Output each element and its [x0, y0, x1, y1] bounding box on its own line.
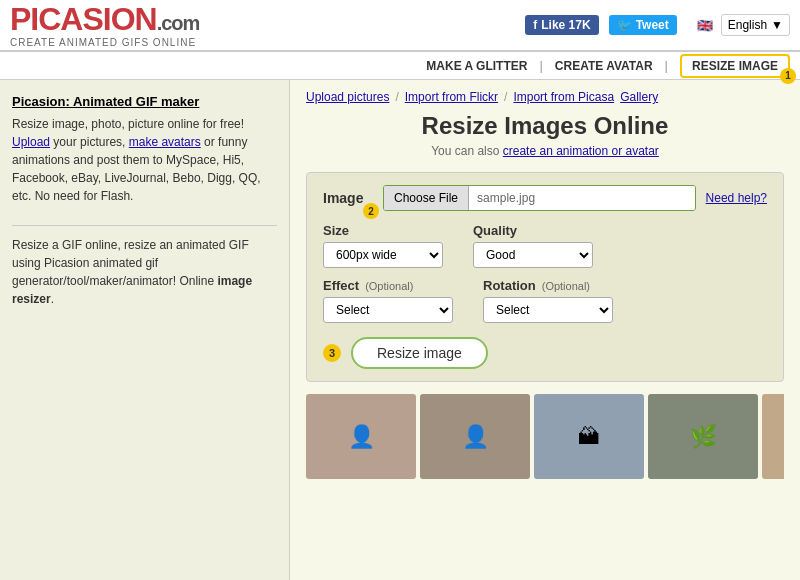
nav-make-glitter[interactable]: MAKE A GLITTER	[426, 59, 527, 73]
file-input-area: Choose File sample.jpg	[383, 185, 696, 211]
create-animation-link[interactable]: create an animation or avatar	[503, 144, 659, 158]
nav-bar: MAKE A GLITTER | CREATE AVATAR | RESIZE …	[0, 52, 800, 80]
quality-label: Quality	[473, 223, 593, 238]
fb-label: Like 17K	[541, 18, 590, 32]
sidebar-footer: Resize a GIF online, resize an animated …	[12, 225, 277, 308]
rotation-group: Rotation (Optional) Select 90° 180° 270°	[483, 278, 613, 323]
sample-img-placeholder-4: 🌿	[648, 394, 758, 479]
effect-select[interactable]: Select Grayscale Sepia Negative	[323, 297, 453, 323]
facebook-like-button[interactable]: f Like 17K	[525, 15, 598, 35]
import-flickr-link[interactable]: Import from Flickr	[405, 90, 498, 104]
make-avatars-link[interactable]: make avatars	[129, 135, 201, 149]
sample-images-row: 👤 👤 🏔 🌿 👤 🌊	[306, 394, 784, 479]
resize-nav-badge: 1	[780, 68, 796, 84]
sidebar-body: Resize image, photo, picture online for …	[12, 115, 277, 205]
rotation-optional: (Optional)	[542, 280, 590, 292]
sample-image-1: 👤	[306, 394, 416, 479]
header-right: 🇬🇧 English ▼	[697, 14, 790, 36]
rotation-select[interactable]: Select 90° 180° 270°	[483, 297, 613, 323]
nav-sep-1: |	[539, 58, 542, 73]
content-nav: Upload pictures / Import from Flickr / I…	[306, 90, 784, 104]
sidebar: Picasion: Animated GIF maker Resize imag…	[0, 80, 290, 580]
quality-group: Quality Good Better Best	[473, 223, 593, 268]
sample-img-placeholder-2: 👤	[420, 394, 530, 479]
twitter-tweet-button[interactable]: 🐦 Tweet	[609, 15, 677, 35]
rotation-label-text: Rotation	[483, 278, 536, 293]
choose-file-button[interactable]: Choose File	[384, 186, 469, 210]
rotation-label: Rotation (Optional)	[483, 278, 613, 293]
page-title: Resize Images Online	[306, 112, 784, 140]
nav-create-avatar[interactable]: CREATE AVATAR	[555, 59, 653, 73]
sample-img-placeholder-3: 🏔	[534, 394, 644, 479]
size-quality-row: Size 600px wide 400px wide 800px wide 10…	[323, 223, 767, 268]
main-layout: Picasion: Animated GIF maker Resize imag…	[0, 80, 800, 580]
effect-label-text: Effect	[323, 278, 359, 293]
quality-select[interactable]: Good Better Best	[473, 242, 593, 268]
sidebar-title: Picasion: Animated GIF maker	[12, 94, 277, 109]
size-label: Size	[323, 223, 443, 238]
sample-img-placeholder-1: 👤	[306, 394, 416, 479]
image-step-badge: 2	[363, 203, 379, 219]
social-buttons: f Like 17K 🐦 Tweet	[525, 15, 676, 35]
size-group: Size 600px wide 400px wide 800px wide 10…	[323, 223, 443, 268]
effect-optional: (Optional)	[365, 280, 413, 292]
sidebar-footer-end: .	[51, 292, 54, 306]
resize-image-nav-label: RESIZE IMAGE	[692, 59, 778, 73]
logo: PICASION.com	[10, 3, 525, 35]
need-help-link[interactable]: Need help?	[706, 191, 767, 205]
nav-sep-b: /	[504, 90, 507, 104]
flag-icon: 🇬🇧	[697, 18, 713, 33]
logo-picasion: PICASION	[10, 1, 157, 37]
resize-form: Image 2 Choose File sample.jpg Need help…	[306, 172, 784, 382]
effect-group: Effect (Optional) Select Grayscale Sepia…	[323, 278, 453, 323]
sidebar-footer-text: Resize a GIF online, resize an animated …	[12, 238, 249, 288]
sidebar-text-1: Resize image, photo, picture online for …	[12, 117, 244, 131]
import-picasa-link[interactable]: Import from Picasa	[513, 90, 614, 104]
image-row: Image 2 Choose File sample.jpg Need help…	[323, 185, 767, 211]
resize-step-badge: 3	[323, 344, 341, 362]
effect-label: Effect (Optional)	[323, 278, 453, 293]
sidebar-text-2: your pictures,	[50, 135, 129, 149]
resize-image-button[interactable]: Resize image	[351, 337, 488, 369]
chevron-down-icon: ▼	[771, 18, 783, 32]
gallery-link[interactable]: Gallery	[620, 90, 658, 104]
tw-icon: 🐦	[617, 18, 632, 32]
resize-button-row: 3 Resize image	[323, 337, 767, 369]
sample-image-3: 🏔	[534, 394, 644, 479]
effect-rotation-row: Effect (Optional) Select Grayscale Sepia…	[323, 278, 767, 323]
subtitle-text: You can also	[431, 144, 503, 158]
language-selector[interactable]: English ▼	[721, 14, 790, 36]
upload-pictures-link[interactable]: Upload pictures	[306, 90, 389, 104]
sample-image-2: 👤	[420, 394, 530, 479]
lang-label: English	[728, 18, 767, 32]
file-name-display: sample.jpg	[469, 186, 695, 210]
logo-subtitle: CREATE ANIMATED GIFS ONLINE	[10, 37, 525, 48]
content-area: Upload pictures / Import from Flickr / I…	[290, 80, 800, 580]
upload-link[interactable]: Upload	[12, 135, 50, 149]
fb-icon: f	[533, 18, 537, 32]
sample-image-5: 👤	[762, 394, 784, 479]
sample-img-placeholder-5: 👤	[762, 394, 784, 479]
tw-label: Tweet	[636, 18, 669, 32]
resize-image-nav-button[interactable]: RESIZE IMAGE 1	[680, 54, 790, 78]
size-select[interactable]: 600px wide 400px wide 800px wide 1024px …	[323, 242, 443, 268]
nav-sep-2: |	[665, 58, 668, 73]
header: PICASION.com CREATE ANIMATED GIFS ONLINE…	[0, 0, 800, 52]
sample-image-4: 🌿	[648, 394, 758, 479]
nav-sep-a: /	[395, 90, 398, 104]
content-subtitle: You can also create an animation or avat…	[306, 144, 784, 158]
logo-area: PICASION.com CREATE ANIMATED GIFS ONLINE	[10, 3, 525, 48]
logo-com: .com	[157, 12, 200, 34]
